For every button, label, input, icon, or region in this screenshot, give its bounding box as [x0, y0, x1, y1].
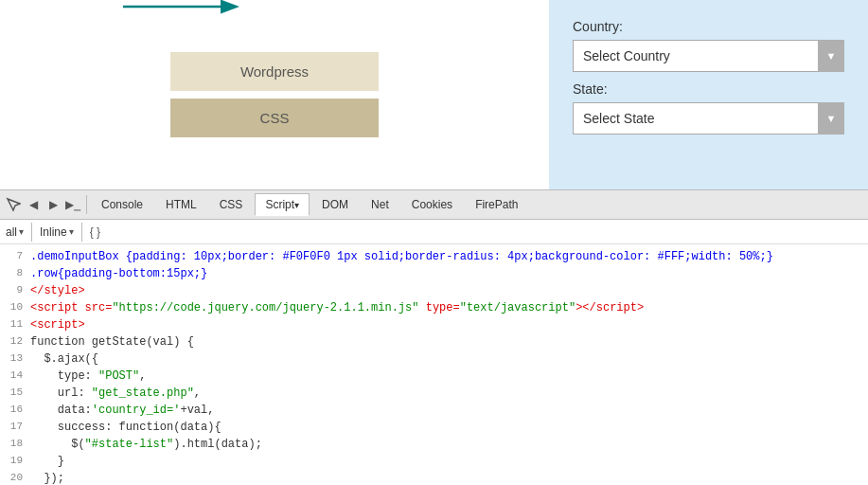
- line-number: 14: [4, 368, 30, 385]
- tab-css[interactable]: CSS: [209, 193, 254, 216]
- code-line: 8.row{padding-bottom:15px;}: [0, 265, 868, 282]
- line-number: 17: [4, 419, 30, 436]
- filter-divider2: [81, 223, 82, 242]
- country-field-group: Country: Select Country: [573, 19, 844, 72]
- back-icon[interactable]: ◀: [24, 195, 43, 214]
- code-line: 15 url: "get_state.php",: [0, 385, 868, 402]
- filter-all-label: all: [6, 225, 17, 239]
- line-content: <script>: [30, 316, 864, 333]
- top-section: Wordpress CSS Country: Select Country St…: [0, 0, 868, 189]
- forward-icon[interactable]: ▶: [44, 195, 62, 214]
- line-content: <script src="https://code.jquery.com/jqu…: [30, 299, 864, 316]
- line-content: success: function(data){: [30, 419, 864, 436]
- filter-inline-dropdown: ▾: [69, 226, 74, 237]
- filter-all-dropdown: ▾: [19, 226, 24, 237]
- country-select[interactable]: Select Country: [573, 40, 844, 72]
- tab-net[interactable]: Net: [361, 193, 399, 216]
- state-select-wrapper: Select State: [573, 102, 844, 135]
- line-number: 13: [4, 350, 30, 368]
- line-number: 7: [4, 248, 30, 265]
- line-content: data:'country_id='+val,: [30, 402, 864, 419]
- state-label: State:: [573, 81, 844, 97]
- country-label: Country:: [573, 19, 844, 34]
- line-number: 12: [4, 333, 30, 350]
- line-number: 16: [4, 402, 30, 419]
- tab-firepath[interactable]: FirePath: [465, 193, 528, 216]
- filter-inline[interactable]: Inline ▾: [40, 225, 74, 239]
- line-content: $("#state-list").html(data);: [30, 436, 864, 453]
- divider-1: [86, 195, 87, 214]
- devtools-panel: ◀ ▶ ▶⎯ Console HTML CSS Script DOM Net C…: [0, 189, 868, 485]
- code-line: 10<script src="https://code.jquery.com/j…: [0, 299, 868, 316]
- tab-cookies[interactable]: Cookies: [401, 193, 463, 216]
- inspect-icon[interactable]: [4, 195, 23, 214]
- code-line: 20 });: [0, 470, 868, 485]
- line-number: 20: [4, 470, 30, 485]
- line-content: }: [30, 453, 864, 470]
- code-line: 13 $.ajax({: [0, 350, 868, 368]
- line-content: });: [30, 470, 864, 485]
- right-panel: Country: Select Country State: Select St…: [549, 0, 868, 189]
- code-line: 16 data:'country_id='+val,: [0, 402, 868, 419]
- wordpress-button[interactable]: Wordpress: [170, 52, 379, 91]
- filter-all[interactable]: all ▾: [6, 225, 24, 239]
- state-field-group: State: Select State: [573, 81, 844, 135]
- line-content: $.ajax({: [30, 350, 864, 368]
- tab-console[interactable]: Console: [91, 193, 153, 216]
- code-line: 19 }: [0, 453, 868, 470]
- line-content: url: "get_state.php",: [30, 385, 864, 402]
- code-area: 7.demoInputBox {padding: 10px;border: #F…: [0, 244, 868, 485]
- filter-inline-label: Inline: [40, 225, 67, 239]
- line-number: 15: [4, 385, 30, 402]
- line-number: 9: [4, 282, 30, 299]
- country-select-wrapper: Select Country: [573, 40, 844, 72]
- line-number: 8: [4, 265, 30, 282]
- code-line: 12function getState(val) {: [0, 333, 868, 350]
- filter-braces[interactable]: { }: [90, 225, 100, 239]
- nav-icons: ◀ ▶ ▶⎯: [4, 195, 82, 214]
- tab-html[interactable]: HTML: [155, 193, 207, 216]
- code-line: 9</style>: [0, 282, 868, 299]
- css-button[interactable]: CSS: [170, 99, 379, 137]
- code-line: 17 success: function(data){: [0, 419, 868, 436]
- line-content: .row{padding-bottom:15px;}: [30, 265, 864, 282]
- tab-script[interactable]: Script: [255, 193, 310, 216]
- line-number: 19: [4, 453, 30, 470]
- line-content: .demoInputBox {padding: 10px;border: #F0…: [30, 248, 864, 265]
- code-line: 7.demoInputBox {padding: 10px;border: #F…: [0, 248, 868, 265]
- filter-divider: [31, 223, 32, 242]
- devtools-toolbar: ◀ ▶ ▶⎯ Console HTML CSS Script DOM Net C…: [0, 189, 868, 220]
- code-line: 18 $("#state-list").html(data);: [0, 436, 868, 453]
- left-panel: Wordpress CSS: [0, 0, 549, 189]
- stepover-icon[interactable]: ▶⎯: [63, 195, 82, 214]
- state-select[interactable]: Select State: [573, 102, 844, 135]
- line-content: type: "POST",: [30, 368, 864, 385]
- code-line: 11<script>: [0, 316, 868, 333]
- line-content: function getState(val) {: [30, 333, 864, 350]
- code-line: 14 type: "POST",: [0, 368, 868, 385]
- line-number: 11: [4, 316, 30, 333]
- line-content: </style>: [30, 282, 864, 299]
- line-number: 10: [4, 299, 30, 316]
- line-number: 18: [4, 436, 30, 453]
- filter-bar: all ▾ Inline ▾ { }: [0, 220, 868, 244]
- tab-dom[interactable]: DOM: [311, 193, 359, 216]
